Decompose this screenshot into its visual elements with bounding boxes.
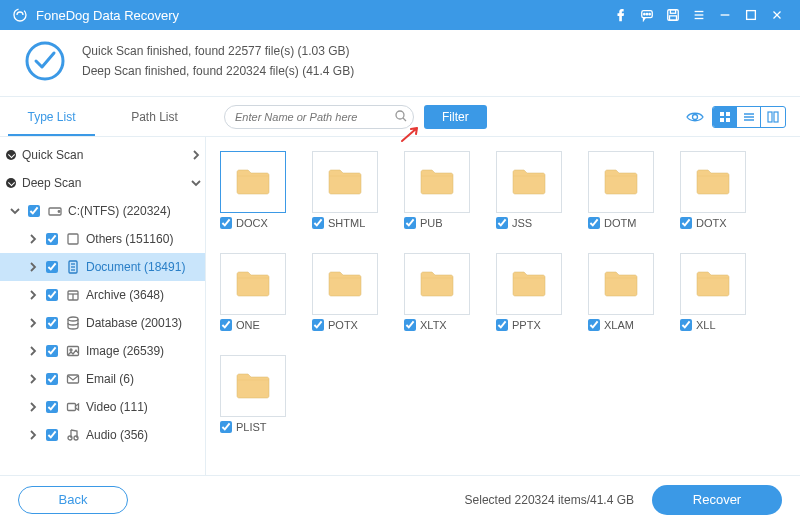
scan-complete-icon — [24, 40, 66, 82]
filter-button[interactable]: Filter — [424, 105, 487, 129]
grid-item-label: JSS — [512, 217, 532, 229]
grid-item-checkbox[interactable] — [496, 217, 508, 229]
chevron-down-icon[interactable] — [8, 206, 22, 216]
chevron-right-icon[interactable] — [26, 430, 40, 440]
folder-thumb[interactable] — [496, 253, 562, 315]
sidebar-item-checkbox[interactable] — [46, 373, 58, 385]
back-button[interactable]: Back — [18, 486, 128, 514]
folder-thumb[interactable] — [220, 151, 286, 213]
tree-deep-scan[interactable]: Deep Scan — [0, 169, 205, 197]
grid-item-checkbox[interactable] — [680, 217, 692, 229]
sidebar-item-database[interactable]: Database (20013) — [0, 309, 205, 337]
grid-item-checkbox[interactable] — [680, 319, 692, 331]
chevron-right-icon[interactable] — [26, 290, 40, 300]
grid-item-checkbox[interactable] — [588, 217, 600, 229]
feedback-icon[interactable] — [634, 0, 660, 30]
grid-item-checkbox[interactable] — [404, 319, 416, 331]
footer: Back Selected 220324 items/41.4 GB Recov… — [0, 475, 800, 523]
grid-item[interactable]: PLIST — [220, 355, 286, 433]
tree-quick-scan-label: Quick Scan — [22, 148, 187, 162]
chevron-right-icon[interactable] — [26, 318, 40, 328]
minimize-icon[interactable] — [712, 0, 738, 30]
grid-item[interactable]: SHTML — [312, 151, 378, 229]
grid-item[interactable]: XLL — [680, 253, 746, 331]
grid-item[interactable]: DOTX — [680, 151, 746, 229]
chevron-right-icon[interactable] — [26, 374, 40, 384]
recover-button[interactable]: Recover — [652, 485, 782, 515]
sidebar-item-archive[interactable]: Archive (3648) — [0, 281, 205, 309]
grid-item-checkbox[interactable] — [588, 319, 600, 331]
chevron-right-icon[interactable] — [26, 262, 40, 272]
maximize-icon[interactable] — [738, 0, 764, 30]
grid-item[interactable]: DOTM — [588, 151, 654, 229]
preview-toggle-icon[interactable] — [684, 106, 706, 128]
share-facebook-icon[interactable] — [608, 0, 634, 30]
sidebar-item-checkbox[interactable] — [46, 289, 58, 301]
grid-item[interactable]: XLAM — [588, 253, 654, 331]
grid-item-checkbox[interactable] — [404, 217, 416, 229]
view-list-button[interactable] — [737, 107, 761, 127]
app-title: FoneDog Data Recovery — [36, 8, 608, 23]
sidebar-item-email[interactable]: Email (6) — [0, 365, 205, 393]
sidebar-item-label: Database (20013) — [86, 316, 205, 330]
grid-item-checkbox[interactable] — [312, 217, 324, 229]
folder-thumb[interactable] — [496, 151, 562, 213]
sidebar-item-document[interactable]: Document (18491) — [0, 253, 205, 281]
folder-icon — [235, 370, 271, 403]
svg-rect-27 — [774, 112, 778, 122]
view-detail-button[interactable] — [761, 107, 785, 127]
grid-item-checkbox[interactable] — [220, 319, 232, 331]
tab-path-list[interactable]: Path List — [103, 97, 206, 136]
folder-thumb[interactable] — [220, 253, 286, 315]
grid-item[interactable]: DOCX — [220, 151, 286, 229]
grid-item-checkbox[interactable] — [312, 319, 324, 331]
sidebar-item-checkbox[interactable] — [46, 261, 58, 273]
sidebar-item-image[interactable]: Image (26539) — [0, 337, 205, 365]
view-grid-button[interactable] — [713, 107, 737, 127]
selection-summary: Selected 220324 items/41.4 GB — [465, 493, 634, 507]
search-input[interactable] — [224, 105, 414, 129]
grid-item[interactable]: PPTX — [496, 253, 562, 331]
grid-item[interactable]: XLTX — [404, 253, 470, 331]
sidebar-item-checkbox[interactable] — [46, 429, 58, 441]
folder-thumb[interactable] — [404, 151, 470, 213]
grid-item-checkbox[interactable] — [220, 217, 232, 229]
search-icon[interactable] — [394, 109, 408, 123]
chevron-right-icon[interactable] — [26, 402, 40, 412]
folder-thumb[interactable] — [588, 151, 654, 213]
sidebar-item-checkbox[interactable] — [46, 401, 58, 413]
close-icon[interactable] — [764, 0, 790, 30]
tab-type-list[interactable]: Type List — [0, 97, 103, 136]
tree-quick-scan[interactable]: Quick Scan — [0, 141, 205, 169]
chevron-right-icon[interactable] — [26, 234, 40, 244]
grid-item[interactable]: JSS — [496, 151, 562, 229]
save-icon[interactable] — [660, 0, 686, 30]
folder-thumb[interactable] — [680, 151, 746, 213]
scan-status: Quick Scan finished, found 22577 file(s)… — [0, 30, 800, 97]
sidebar-item-checkbox[interactable] — [46, 233, 58, 245]
menu-icon[interactable] — [686, 0, 712, 30]
folder-thumb[interactable] — [220, 355, 286, 417]
sidebar-item-checkbox[interactable] — [46, 345, 58, 357]
sidebar-item-video[interactable]: Video (111) — [0, 393, 205, 421]
sidebar-item-checkbox[interactable] — [46, 317, 58, 329]
chevron-right-icon[interactable] — [26, 346, 40, 356]
folder-thumb[interactable] — [404, 253, 470, 315]
quick-scan-status: Quick Scan finished, found 22577 file(s)… — [82, 41, 354, 61]
grid-item[interactable]: PUB — [404, 151, 470, 229]
sidebar-item-audio[interactable]: Audio (356) — [0, 421, 205, 449]
tree-drive-checkbox[interactable] — [28, 205, 40, 217]
tree-drive[interactable]: C:(NTFS) (220324) — [0, 197, 205, 225]
sidebar-item-others[interactable]: Others (151160) — [0, 225, 205, 253]
folder-thumb[interactable] — [312, 253, 378, 315]
folder-thumb[interactable] — [680, 253, 746, 315]
grid-item-checkbox[interactable] — [220, 421, 232, 433]
folder-thumb[interactable] — [588, 253, 654, 315]
folder-icon — [235, 268, 271, 301]
chevron-right-icon — [187, 150, 205, 160]
grid-item[interactable]: ONE — [220, 253, 286, 331]
grid-item-label: POTX — [328, 319, 358, 331]
grid-item[interactable]: POTX — [312, 253, 378, 331]
grid-item-checkbox[interactable] — [496, 319, 508, 331]
folder-thumb[interactable] — [312, 151, 378, 213]
